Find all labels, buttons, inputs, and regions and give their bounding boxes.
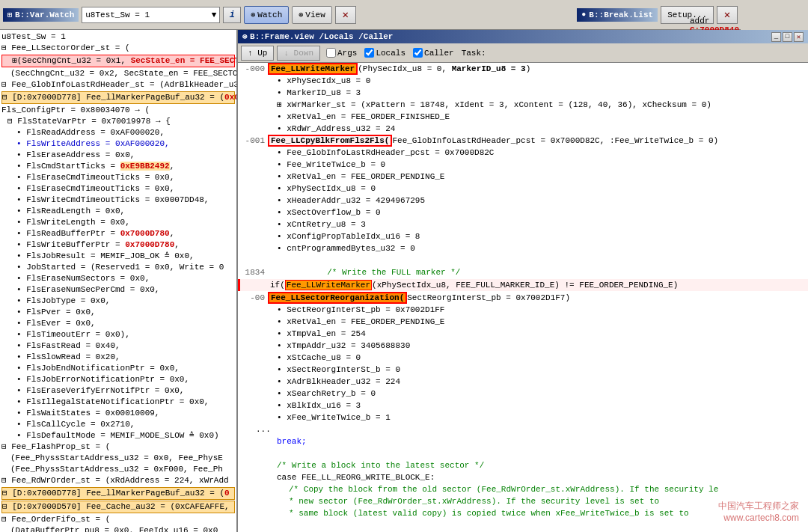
dropdown-arrow-icon: ▼ — [212, 10, 217, 19]
frame-line: ⊞ xWrMarker_st = (xPattern = 18748, xIde… — [238, 99, 808, 111]
frame-line: case FEE_LL_REORG_WRITE_BLOCK_E: — [238, 471, 808, 483]
frame-minimize-button[interactable]: _ — [771, 32, 781, 42]
var-line: ⊟ [D:0x7000D570] Fee_Cache_au32 = (0xCAF… — [1, 501, 235, 513]
var-line: • FlsWriteAddress = 0xAF000020, — [1, 138, 235, 150]
frame-line: /* Copy the block from the old sector (F… — [238, 483, 808, 495]
watch-btn-icon: ⊛ — [251, 10, 255, 19]
watch-icon: ⊞ — [7, 10, 12, 19]
frame-line: • xSectOverflow_b = 0 — [238, 207, 808, 218]
frame-line: if(Fee_LLWriteMarker(xPhySectIdx_u8, FEE… — [238, 279, 808, 291]
var-line: ⊟ [D:0x7000D778] Fee_llMarkerPageBuf_au3… — [1, 91, 235, 104]
frame-line: • xHeaderAddr_u32 = 4294967295 — [238, 195, 808, 207]
line-if-content: if(Fee_LLWriteMarker(xPhySectIdx_u8, FEE… — [270, 279, 678, 291]
watch-button[interactable]: ⊛ Watch — [244, 6, 289, 24]
line-num-sector-reorg: -00 — [241, 292, 268, 304]
up-button[interactable]: ↑ Up — [241, 46, 274, 61]
line-content-reorg: Fee_LLSectorReorganization(SectReorgInte… — [268, 292, 570, 304]
locals-checkbox[interactable] — [364, 48, 374, 58]
frame-line: • xFee_WriteTwice_b = 1 — [238, 412, 808, 424]
func-box-cpyblk: Fee_LLCpyBlkFromFls2Fls( — [268, 135, 392, 147]
frame-line: • xRetVal_en = FEE_ORDER_PENDING_E — [238, 316, 808, 328]
frame-line: • xSectReorgInterSt_b = 0 — [238, 364, 808, 376]
line-content-001: Fee_LLCpyBlkFromFls2Fls(Fee_GlobInfoLast… — [268, 135, 718, 147]
frame-line: * same block (latest valid copy) is copi… — [238, 507, 808, 519]
var-line: • FlsEraseNumSecPerCmd = 0x0, — [1, 284, 235, 296]
frame-line: • xTmpAddr_u32 = 3405688830 — [238, 340, 808, 352]
var-line: • JobStarted = (Reserved1 = 0x0, Write =… — [1, 262, 235, 273]
frame-line: • cntProgrammedBytes_u32 = 0 — [238, 242, 808, 254]
var-line: ⊟ Fee_GlobInfoLastRdHeader_st = (AdrBlkH… — [1, 79, 235, 91]
var-line: • FlsPver = 0x0, — [1, 307, 235, 318]
frame-line: * new sector (Fee_RdWrOrder_st.xWrAddres… — [238, 495, 808, 507]
frame-line: • xAdrBlkHeader_u32 = 224 — [238, 376, 808, 388]
var-line: • FlsReadAddress = 0xAF000020, — [1, 127, 235, 138]
frame-line — [238, 447, 808, 459]
frame-line: • SectReorgInterSt_pb = 0x7002D1FF — [238, 304, 808, 316]
watch-content[interactable]: u8Test_Sw = 1 ⊟ Fee_LLSectorOrder_st = (… — [0, 30, 236, 532]
locals-checkbox-label[interactable]: Locals — [364, 48, 405, 58]
var-line: • FlsSlowRead = 0x20, — [1, 352, 235, 363]
comment-full-marker: /* Write the FULL marker */ — [268, 266, 460, 278]
frame-line: -000 Fee_LLWriteMarker(PhySecIdx_u8 = 0,… — [238, 63, 808, 75]
info-button[interactable]: i — [223, 7, 241, 23]
down-button[interactable]: ↓ Down — [277, 46, 320, 61]
var-line: • FlsCallCycle = 0x2710, — [1, 419, 235, 430]
frame-line: ... — [238, 424, 808, 435]
var-line: u8Test_Sw = 1 — [1, 31, 235, 43]
watch-toolbar: ⊞ B::Var.Watch u8Test_Sw = 1 ▼ i ⊛ Watch… — [0, 0, 741, 30]
frame-line: • xTmpVal_en = 254 — [238, 328, 808, 340]
frame-line: • xCntRetry_u8 = 3 — [238, 218, 808, 230]
var-line: (Fee_PhyssStartAddress_u32 = 0xF000, Fee… — [1, 464, 235, 475]
var-line: • FlsFastRead = 0x40, — [1, 340, 235, 352]
var-line: • FlsJobResult = MEMIF_JOB_OK ≙ 0x0, — [1, 251, 235, 262]
func-highlight-writeMarker: Fee_LLWriteMarker — [268, 63, 358, 75]
frame-line: -001 Fee_LLCpyBlkFromFls2Fls(Fee_GlobInf… — [238, 135, 808, 147]
var-line: • FlsEraseCmdTimeoutTicks = 0x0, — [1, 183, 235, 195]
line-num-001: -001 — [241, 135, 268, 147]
watch-window-title: ⊞ B::Var.Watch — [3, 8, 79, 22]
var-line: • FlsEraseVerifyErrNotifPtr = 0x0, — [1, 385, 235, 397]
close-watch-button[interactable]: ✕ — [335, 6, 356, 24]
args-checkbox[interactable] — [326, 48, 336, 58]
frame-close-button[interactable]: ✕ — [794, 32, 804, 42]
frame-maximize-button[interactable]: □ — [783, 32, 792, 42]
var-line: • FlsWriteLength = 0x0, — [1, 217, 235, 228]
frame-line: • xRdWr_Address_u32 = 24 — [238, 123, 808, 135]
frame-checkboxes: Args Locals Caller Task: — [326, 48, 486, 58]
view-btn-icon: ⊛ — [299, 10, 303, 19]
var-line: ⊟ [D:0x7000D778] Fee_llMarkerPageBuf_au3… — [1, 487, 235, 500]
frame-line: • xSearchRetry_b = 0 — [238, 388, 808, 400]
frame-line: • xPhySecIdx_u8 = 0 — [238, 75, 808, 87]
var-line: ⊟ Fee_FlashProp_st = ( — [1, 441, 235, 453]
frame-line: • MarkerID_u8 = 3 — [238, 87, 808, 99]
var-line: (Fee_PhyssStartAddress_u32 = 0x0, Fee_Ph… — [1, 453, 235, 464]
args-checkbox-label[interactable]: Args — [326, 48, 357, 58]
frame-title-bar: ⊛ B::Frame.view /Locals /Caller _ □ ✕ — [238, 30, 808, 43]
var-line: (DataBufferPtr_pu8 = 0x0, FeeIdx_u16 = 0… — [1, 525, 235, 532]
var-line: ⊞(SecChngCnt_u32 = 0x1, SecState_en = FE… — [1, 55, 235, 67]
var-line: • FlsWriteBufferPtr = 0x7000D780, — [1, 239, 235, 251]
var-line: • FlsReadLength = 0x0, — [1, 206, 235, 217]
caller-checkbox[interactable] — [413, 48, 423, 58]
var-line: • FlsEraseAddress = 0x0, — [1, 150, 235, 161]
var-line: (SecChngCnt_u32 = 0x2, SecState_en = FEE… — [1, 68, 235, 79]
var-line: • FlsReadBufferPtr = 0x7000D780, — [1, 228, 235, 239]
frame-line: • xRetVal_en = FEE_ORDER_PENDING_E — [238, 171, 808, 183]
var-line: • FlsIllegalStateNotificationPtr = 0x0, — [1, 397, 235, 408]
frame-line: • xRetVal_en = FEE_ORDER_FINISHED_E — [238, 111, 808, 123]
caller-checkbox-label[interactable]: Caller — [413, 48, 454, 58]
var-line: • FlsWriteCmdTimeoutTicks = 0x0007DD48, — [1, 195, 235, 206]
var-line: • FlsCmdStartTicks = 0xE9BB2492, — [1, 161, 235, 172]
frame-line: 1834 /* Write the FULL marker */ — [238, 266, 808, 278]
frame-panel: ⊛ B::Frame.view /Locals /Caller _ □ ✕ ↑ … — [238, 30, 808, 532]
frame-line: • xPhySectIdx_u8 = 0 — [238, 183, 808, 195]
frame-line: break; — [238, 435, 808, 447]
var-line: • FlsJobEndNotificationPtr = 0x0, — [1, 363, 235, 374]
frame-content[interactable]: -000 Fee_LLWriteMarker(PhySecIdx_u8 = 0,… — [238, 63, 808, 532]
right-panel: ⊛ B::Frame.view /Locals /Caller _ □ ✕ ↑ … — [238, 30, 808, 532]
breakpoint-window-title: ● B::Break.List — [577, 8, 658, 22]
watch-panel: u8Test_Sw = 1 ⊟ Fee_LLSectorOrder_st = (… — [0, 30, 238, 532]
var-line: • FlsTimeoutErr = 0x0), — [1, 329, 235, 340]
view-button[interactable]: ⊛ View — [292, 6, 331, 24]
watch-dropdown[interactable]: u8Test_Sw = 1 ▼ — [82, 7, 220, 23]
